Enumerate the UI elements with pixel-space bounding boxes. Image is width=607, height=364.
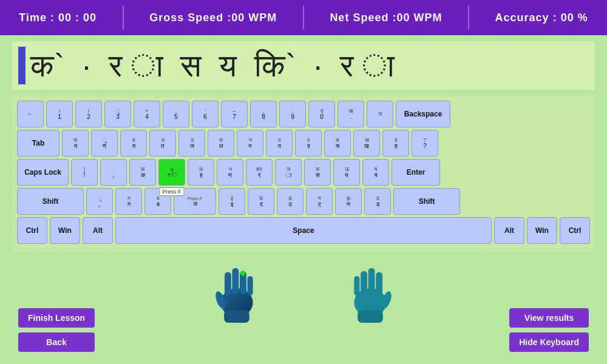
space-key[interactable]: Space <box>115 217 492 244</box>
finish-lesson-button[interactable]: Finish Lesson <box>18 308 95 328</box>
key-comma[interactable]: गए <box>306 188 333 215</box>
key-1[interactable]: !1 <box>46 101 73 127</box>
key-6[interactable]: '6 <box>192 101 219 127</box>
key-z[interactable]: ृ, <box>86 188 113 215</box>
stat-divider-3 <box>468 5 469 30</box>
key-i[interactable]: पप <box>266 130 293 157</box>
svg-rect-13 <box>354 276 359 295</box>
key-lbracket[interactable]: खख <box>353 130 380 157</box>
stat-divider-1 <box>123 5 124 30</box>
svg-rect-6 <box>248 276 253 295</box>
left-win-key[interactable]: Win <box>50 217 80 244</box>
left-hand-icon <box>206 262 267 323</box>
backspace-key[interactable]: Backspace <box>396 101 450 127</box>
back-button[interactable]: Back <box>18 332 95 352</box>
svg-rect-10 <box>376 272 382 295</box>
svg-rect-12 <box>361 271 367 294</box>
right-hand-icon <box>340 262 401 323</box>
svg-rect-2 <box>225 272 231 295</box>
key-e[interactable]: मम <box>120 130 147 157</box>
key-row-5: Ctrl Win Alt Space Alt Win Ctrl <box>17 217 590 244</box>
key-row-1: ॒` !1 /2 ृ3 +4 :5 '6 –7 ,8 ;9 द0 ऋ. ञ Ba… <box>17 101 590 127</box>
right-alt-key[interactable]: Alt <box>494 217 524 244</box>
key-y[interactable]: लल <box>208 130 234 157</box>
key-row-3: Caps Lock |! ., कक थत ि Press F लह भण श्… <box>17 159 590 186</box>
view-results-button[interactable]: View results <box>509 308 589 328</box>
key-3[interactable]: ृ3 <box>104 101 131 127</box>
key-equals[interactable]: ञ <box>367 101 393 127</box>
left-ctrl-key[interactable]: Ctrl <box>17 217 47 244</box>
key-5[interactable]: :5 <box>163 101 189 127</box>
key-0[interactable]: द0 <box>308 101 335 127</box>
key-7[interactable]: –7 <box>221 101 248 127</box>
key-q[interactable]: फम <box>62 130 89 157</box>
key-l[interactable]: सस <box>304 159 331 186</box>
key-semicolon[interactable]: ऊय <box>333 159 360 186</box>
tab-key[interactable]: Tab <box>17 130 59 157</box>
key-period[interactable]: झण <box>335 188 362 215</box>
accuracy-stat: Accuracy : 00 % <box>495 12 588 24</box>
time-stat: Time : 00 : 00 <box>19 12 97 24</box>
enter-key[interactable]: Enter <box>392 159 440 186</box>
key-h[interactable]: भण <box>217 159 243 186</box>
key-w[interactable]: ुण <box>91 130 118 157</box>
left-shift-key[interactable]: Shift <box>17 188 84 215</box>
key-d[interactable]: कक <box>129 159 156 186</box>
key-t[interactable]: उज <box>178 130 205 157</box>
svg-rect-14 <box>358 310 383 323</box>
net-speed-stat: Net Speed :00 WPM <box>330 12 442 24</box>
key-9[interactable]: ;9 <box>279 101 306 127</box>
key-g[interactable]: लह <box>188 159 214 186</box>
key-rbracket[interactable]: हह <box>382 130 409 157</box>
key-j[interactable]: श्रर <box>246 159 273 186</box>
key-p[interactable]: चच <box>324 130 351 157</box>
left-alt-key[interactable]: Alt <box>83 217 113 244</box>
press-f-tooltip: Press F <box>159 187 184 196</box>
key-minus[interactable]: ऋ. <box>337 101 364 127</box>
key-x[interactable]: गग <box>115 188 142 215</box>
gross-speed-stat: Gross Speed :00 WPM <box>149 12 277 24</box>
bottom-left-buttons: Finish Lesson Back <box>18 308 95 352</box>
key-b[interactable]: इइ <box>219 188 245 215</box>
svg-rect-11 <box>368 268 375 294</box>
key-slash[interactable]: ढढ <box>364 188 391 215</box>
right-win-key[interactable]: Win <box>527 217 557 244</box>
key-n[interactable]: छद <box>248 188 274 215</box>
key-r[interactable]: तत <box>149 130 176 157</box>
key-k[interactable]: जा <box>275 159 302 186</box>
key-row-4: Shift ृ, गग बब Press Fअ इइ छद डउ गए झण ढ… <box>17 188 590 215</box>
svg-rect-3 <box>232 268 239 294</box>
key-m[interactable]: डउ <box>277 188 304 215</box>
stat-divider-2 <box>303 5 304 30</box>
key-backtick[interactable]: ॒` <box>17 101 44 127</box>
key-2[interactable]: /2 <box>75 101 102 127</box>
text-display: क` · र ा स य कि` · र ा <box>12 41 595 90</box>
stats-bar: Time : 00 : 00 Gross Speed :00 WPM Net S… <box>0 0 607 35</box>
lesson-text: क` · र ा स य कि` · र ा <box>30 50 395 81</box>
key-row-2: Tab फम ुण मम तत उज लल नन पप वव चच खख हह … <box>17 130 590 157</box>
key-backslash[interactable]: ?? <box>412 130 438 157</box>
right-ctrl-key[interactable]: Ctrl <box>560 217 590 244</box>
keyboard: ॒` !1 /2 ृ3 +4 :5 '6 –7 ,8 ;9 द0 ऋ. ञ Ba… <box>12 96 595 251</box>
caps-lock-key[interactable]: Caps Lock <box>17 159 69 186</box>
key-4[interactable]: +4 <box>134 101 160 127</box>
key-s[interactable]: ., <box>100 159 127 186</box>
key-f[interactable]: थत ि Press F <box>158 159 185 186</box>
key-quote[interactable]: षष <box>362 159 389 186</box>
text-cursor <box>18 47 25 84</box>
svg-point-5 <box>240 271 245 275</box>
key-u[interactable]: नन <box>237 130 263 157</box>
key-8[interactable]: ,8 <box>250 101 277 127</box>
right-shift-key[interactable]: Shift <box>393 188 460 215</box>
key-o[interactable]: वव <box>295 130 322 157</box>
hide-keyboard-button[interactable]: Hide Keyboard <box>509 332 589 352</box>
bottom-right-buttons: View results Hide Keyboard <box>509 308 589 352</box>
key-a[interactable]: |! <box>71 159 98 186</box>
svg-rect-7 <box>224 310 249 323</box>
